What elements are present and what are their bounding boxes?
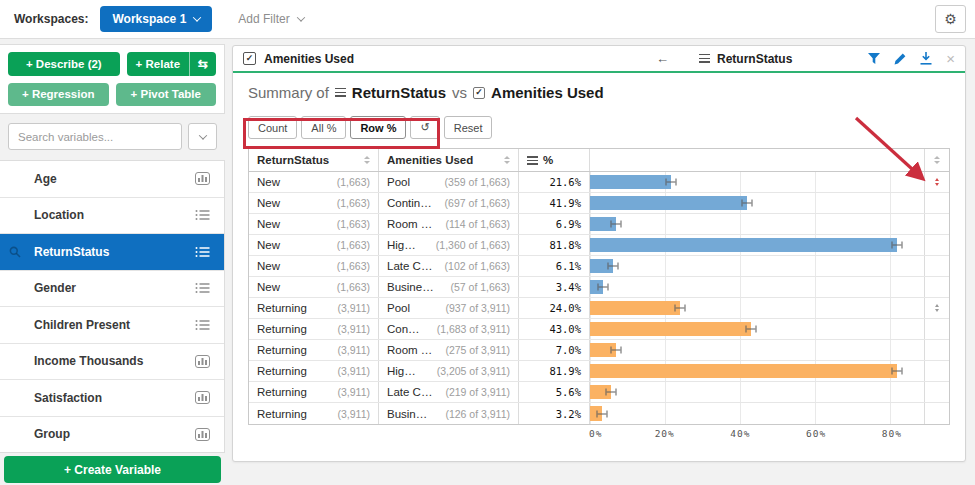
sidebar-variable-returnstatus[interactable]: ReturnStatus xyxy=(0,234,224,271)
workspaces-label: Workspaces: xyxy=(14,12,88,26)
pivot-table-button[interactable]: + Pivot Table xyxy=(116,83,217,107)
variable-list: AgeLocationReturnStatusGenderChildren Pr… xyxy=(0,160,225,453)
percent-cell: 43.0% xyxy=(519,319,590,339)
workspace-selector-button[interactable]: Workspace 1 xyxy=(100,6,212,32)
table-row[interactable]: Returning(3,911)Con…(1,683 of 3,911)43.0… xyxy=(249,319,949,340)
bar-cell xyxy=(590,235,925,255)
table-row[interactable]: Returning(3,911)Late C…(219 of 3,911)5.6… xyxy=(249,382,949,403)
sort-icon[interactable] xyxy=(935,304,939,312)
regression-button[interactable]: + Regression xyxy=(8,83,109,107)
amenity-count: (114 of 1,663) xyxy=(445,218,510,230)
table-row[interactable]: Returning(3,911)Room …(275 of 3,911)7.0% xyxy=(249,340,949,361)
list-icon xyxy=(195,246,210,258)
sort-icon[interactable] xyxy=(934,156,940,164)
sidebar-variable-children-present[interactable]: Children Present xyxy=(0,307,224,344)
group-cell: Returning xyxy=(257,365,307,377)
chevron-down-icon xyxy=(296,13,304,21)
download-icon[interactable] xyxy=(920,52,932,65)
chevron-down-icon xyxy=(198,131,206,139)
amenity-count: (697 of 1,663) xyxy=(445,197,510,209)
close-icon[interactable]: × xyxy=(946,51,955,66)
add-filter-label: Add Filter xyxy=(238,12,289,26)
amenity-cell: Hig… xyxy=(387,239,416,251)
relate-button[interactable]: + Relate xyxy=(127,52,189,76)
bar-cell xyxy=(590,256,925,276)
add-filter-button[interactable]: Add Filter xyxy=(238,12,303,26)
col-returnstatus-header: ReturnStatus xyxy=(257,154,329,166)
percent-bar xyxy=(590,238,897,252)
reset-button[interactable]: Reset xyxy=(444,116,493,139)
describe-button[interactable]: + Describe (2) xyxy=(8,52,120,76)
sidebar-variable-gender[interactable]: Gender xyxy=(0,271,224,308)
panel-header: Amenities Used ← ReturnStatus × xyxy=(233,46,965,73)
group-cell: New xyxy=(257,260,280,272)
sidebar-variable-age[interactable]: Age xyxy=(0,161,224,198)
edit-pencil-icon[interactable] xyxy=(894,53,906,65)
amenity-cell: Pool xyxy=(387,176,410,188)
group-count: (1,663) xyxy=(337,239,370,251)
table-row[interactable]: New(1,663)Hig…(1,360 of 1,663)81.8% xyxy=(249,235,949,256)
row-button[interactable]: Row % xyxy=(350,116,406,139)
sort-icon[interactable] xyxy=(504,156,510,164)
error-bar xyxy=(607,263,618,270)
amenity-count: (102 of 1,663) xyxy=(445,260,510,272)
percent-mode-toolbar: CountAll %Row %↺Reset xyxy=(248,116,492,139)
analysis-buttons-section: + Describe (2) + Relate ⇆ + Regression +… xyxy=(0,44,225,114)
amenity-cell: Pool xyxy=(387,302,410,314)
sort-icon[interactable] xyxy=(364,156,370,164)
refresh-button[interactable]: ↺ xyxy=(410,116,439,139)
search-input[interactable] xyxy=(8,123,182,150)
bar-cell xyxy=(590,298,925,318)
error-bar xyxy=(606,389,617,396)
bar-cell xyxy=(590,382,925,402)
error-bar xyxy=(746,326,757,333)
sidebar-variable-location[interactable]: Location xyxy=(0,198,224,235)
percent-cell: 81.9% xyxy=(519,361,590,381)
search-options-button[interactable] xyxy=(188,123,217,150)
table-row[interactable]: New(1,663)Busine…(57 of 1,663)3.4% xyxy=(249,277,949,298)
gear-icon: ⚙ xyxy=(944,11,957,27)
count-button[interactable]: Count xyxy=(248,116,297,139)
group-cell: Returning xyxy=(257,386,307,398)
table-row[interactable]: Returning(3,911)Pool(937 of 3,911)24.0% xyxy=(249,298,949,319)
col-amenities-header: Amenities Used xyxy=(387,154,473,166)
swap-icon: ⇆ xyxy=(198,57,208,71)
checkbox-checked-icon[interactable] xyxy=(243,52,256,65)
percent-bar xyxy=(590,301,680,315)
summary-connector: vs xyxy=(452,84,467,101)
axis-tick-label: 80% xyxy=(882,428,902,439)
error-bar xyxy=(675,305,686,312)
table-row[interactable]: New(1,663)Late C…(102 of 1,663)6.1% xyxy=(249,256,949,277)
chevron-down-icon xyxy=(193,13,201,21)
percent-cell: 24.0% xyxy=(519,298,590,318)
variable-label: Children Present xyxy=(34,318,195,332)
list-icon xyxy=(699,54,710,63)
table-row[interactable]: New(1,663)Room …(114 of 1,663)6.9% xyxy=(249,214,949,235)
settings-button[interactable]: ⚙ xyxy=(935,5,966,33)
sidebar-variable-satisfaction[interactable]: Satisfaction xyxy=(0,380,224,417)
group-cell: Returning xyxy=(257,302,307,314)
swap-variables-button[interactable]: ⇆ xyxy=(189,52,216,76)
amenity-count: (57 of 1,663) xyxy=(450,281,510,293)
filter-icon[interactable] xyxy=(868,53,880,64)
table-row[interactable]: Returning(3,911)Busin…(126 of 3,911)3.2% xyxy=(249,403,949,424)
search-icon xyxy=(9,246,21,258)
table-row[interactable]: Returning(3,911)Hig…(3,205 of 3,911)81.9… xyxy=(249,361,949,382)
error-bar xyxy=(597,284,608,291)
create-variable-button[interactable]: + Create Variable xyxy=(4,456,221,483)
table-row[interactable]: New(1,663)Pool(359 of 1,663)21.6% xyxy=(249,172,949,193)
bar-cell xyxy=(590,319,925,339)
sidebar-variable-group[interactable]: Group xyxy=(0,417,224,453)
back-arrow-icon[interactable]: ← xyxy=(656,51,669,66)
percent-cell: 3.4% xyxy=(519,277,590,297)
group-cell: Returning xyxy=(257,323,307,335)
error-bar xyxy=(611,347,622,354)
table-row[interactable]: New(1,663)Contin…(697 of 1,663)41.9% xyxy=(249,193,949,214)
sidebar-variable-income-thousands[interactable]: Income Thousands xyxy=(0,344,224,381)
bar-cell xyxy=(590,193,925,213)
amenity-count: (359 of 1,663) xyxy=(445,176,510,188)
x-axis: 0%20%40%60%80% xyxy=(248,425,950,441)
group-count: (3,911) xyxy=(338,365,371,377)
all-button[interactable]: All % xyxy=(301,116,346,139)
sort-icon[interactable] xyxy=(935,178,939,186)
